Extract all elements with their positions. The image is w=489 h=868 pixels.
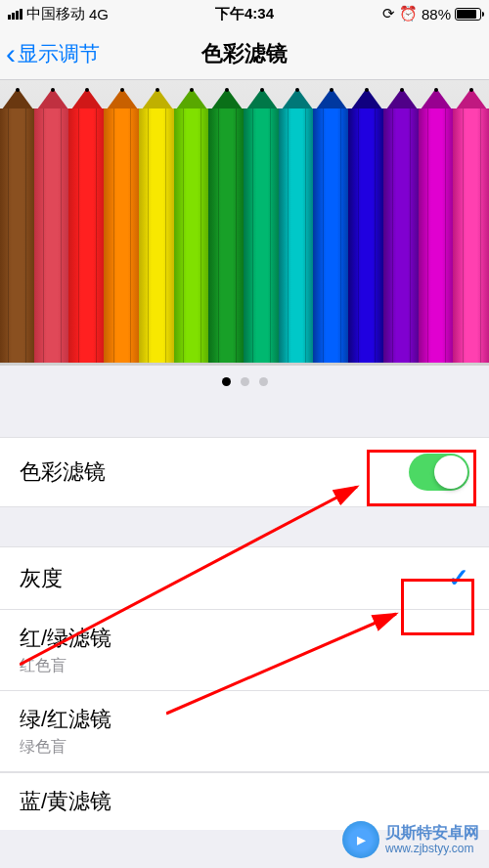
network-label: 4G	[89, 6, 109, 22]
back-label: 显示调节	[18, 40, 100, 67]
option-green-red[interactable]: 绿/红滤镜 绿色盲	[0, 691, 489, 772]
pencil	[208, 88, 245, 366]
option-label: 绿/红滤镜	[20, 705, 469, 734]
color-filter-label: 色彩滤镜	[20, 457, 106, 487]
option-label: 灰度	[20, 564, 63, 593]
switch-knob	[434, 456, 467, 489]
pencil	[104, 88, 141, 366]
option-label: 红/绿滤镜	[20, 624, 469, 653]
pencil	[244, 88, 281, 366]
watermark-url: www.zjbstyy.com	[385, 842, 479, 855]
option-label: 蓝/黄滤镜	[20, 787, 469, 816]
option-grayscale[interactable]: 灰度 ✓	[0, 546, 489, 610]
signal-icon	[8, 9, 22, 20]
status-bar: 中国移动 4G 下午4:34 ⟳ ⏰ 88%	[0, 0, 489, 27]
option-sub: 绿色盲	[20, 737, 469, 758]
watermark: ▸ 贝斯特安卓网 www.zjbstyy.com	[342, 821, 479, 858]
watermark-text: 贝斯特安卓网 www.zjbstyy.com	[385, 823, 479, 856]
pencil	[313, 88, 350, 366]
option-sub: 红色盲	[20, 656, 469, 676]
carrier-label: 中国移动	[26, 5, 85, 23]
watermark-title: 贝斯特安卓网	[385, 823, 479, 842]
check-icon: ✓	[448, 563, 469, 593]
pencil	[174, 88, 211, 366]
color-filter-toggle-cell: 色彩滤镜	[0, 437, 489, 507]
page-indicator[interactable]	[0, 366, 489, 398]
pencil	[419, 88, 456, 366]
battery-pct: 88%	[422, 6, 451, 22]
status-time: 下午4:34	[215, 5, 274, 23]
color-pencils-preview[interactable]	[0, 80, 489, 366]
lock-icon: ⟳	[382, 5, 395, 22]
color-filter-switch[interactable]	[409, 454, 469, 491]
back-button[interactable]: ‹ 显示调节	[0, 37, 100, 70]
page-dot-1[interactable]	[222, 377, 231, 386]
alarm-icon: ⏰	[399, 5, 418, 22]
page-dot-2[interactable]	[241, 377, 249, 386]
pencil	[34, 88, 71, 366]
page-title: 色彩滤镜	[201, 39, 288, 68]
filter-options-list: 灰度 ✓ 红/绿滤镜 红色盲 绿/红滤镜 绿色盲 蓝/黄滤镜	[0, 546, 489, 830]
watermark-logo-icon: ▸	[342, 821, 379, 858]
pencil	[68, 88, 106, 366]
pencil	[279, 88, 316, 366]
pencil	[139, 88, 176, 366]
status-left: 中国移动 4G	[8, 5, 109, 23]
pencil	[348, 88, 385, 366]
nav-bar: ‹ 显示调节 色彩滤镜	[0, 27, 489, 80]
battery-icon	[455, 8, 481, 21]
pencil	[453, 88, 489, 366]
chevron-left-icon: ‹	[6, 37, 16, 70]
option-red-green[interactable]: 红/绿滤镜 红色盲	[0, 610, 489, 691]
pencil	[383, 88, 421, 366]
page-dot-3[interactable]	[259, 377, 268, 386]
pencil	[0, 88, 36, 366]
status-right: ⟳ ⏰ 88%	[382, 5, 481, 22]
